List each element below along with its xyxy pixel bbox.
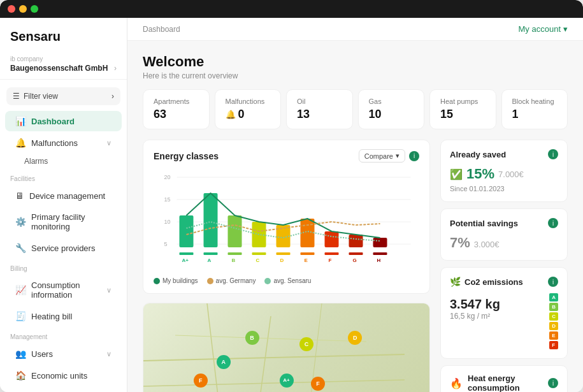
billing-section-label: Billing — [0, 259, 127, 275]
stat-label: Apartments — [154, 98, 199, 105]
svg-rect-30 — [277, 252, 291, 255]
grade-d: D — [549, 322, 558, 330]
svg-rect-10 — [228, 215, 242, 247]
heat-energy-title: Heat energy consumption — [468, 374, 543, 392]
heat-info-icon[interactable]: i — [548, 378, 558, 388]
chart-title: Energy classes — [154, 151, 219, 161]
map-card[interactable]: A B F C D A+ F — [143, 303, 430, 392]
col-right: Already saved i ✅ 15% 7.000€ Since 01.01… — [440, 140, 568, 392]
map-pin-aplus[interactable]: A+ — [280, 374, 294, 388]
sidebar-item-service-providers[interactable]: 🔧 Service providers — [5, 238, 122, 258]
map-pin-c[interactable]: C — [299, 337, 313, 351]
content-area: Welcome Here is the current overview Apa… — [127, 41, 583, 392]
legend-dot — [154, 278, 160, 284]
dashboard-icon: 📊 — [15, 116, 26, 126]
stat-value: 15 — [440, 108, 486, 121]
facility-icon: ⚙️ — [15, 217, 26, 227]
saved-info-icon[interactable]: i — [548, 149, 558, 159]
chart-wrap: 20 15 10 5 — [154, 168, 419, 284]
legend-my-buildings: My buildings — [154, 277, 198, 284]
potential-value: 7% 3.000€ — [450, 235, 558, 251]
grade-e: E — [549, 331, 558, 340]
stat-label: Heat pumps — [440, 98, 486, 105]
company-chevron-icon[interactable]: › — [114, 64, 117, 73]
map-pin-f2[interactable]: F — [311, 377, 325, 391]
sidebar-item-primary-facility[interactable]: ⚙️ Primary facility monitoring — [5, 207, 122, 236]
potential-info-icon[interactable]: i — [548, 218, 558, 228]
energy-chart: 20 15 10 5 — [154, 168, 419, 270]
stat-value: 🔔 0 — [226, 108, 271, 121]
svg-rect-33 — [349, 252, 363, 255]
compare-button[interactable]: Compare ▾ — [359, 149, 405, 163]
stat-oil: Oil 13 — [286, 89, 353, 129]
stat-value: 1 — [512, 108, 558, 121]
map-pin-a[interactable]: A — [217, 355, 231, 369]
sidebar: Sensaru ib company Baugenossenschaft Gmb… — [0, 18, 127, 392]
economic-icon: 🏠 — [15, 370, 26, 381]
potential-percent: 7% — [450, 235, 470, 251]
facilities-section-label: Facilities — [0, 169, 127, 185]
saved-percent: 15% — [466, 166, 494, 182]
svg-rect-32 — [325, 252, 339, 255]
sidebar-item-device-management[interactable]: 🖥 Device management — [5, 185, 122, 206]
minimize-dot[interactable] — [19, 5, 27, 13]
co2-icon: 🌿 — [450, 277, 461, 287]
co2-content: 3.547 kg 16,5 kg / m² A B C D E F — [450, 293, 558, 349]
account-chevron-icon: ▾ — [563, 24, 568, 34]
legend-dot — [264, 278, 271, 284]
sidebar-item-economic-units[interactable]: 🏠 Economic units — [5, 365, 122, 386]
stat-value: 13 — [297, 108, 342, 121]
co2-info-icon[interactable]: i — [548, 277, 558, 287]
sidebar-sub-alarms[interactable]: Alarms — [0, 154, 127, 169]
co2-value: 3.547 kg — [450, 297, 500, 312]
map-background: A B F C D A+ F — [143, 303, 429, 392]
sidebar-item-heating-bill[interactable]: 🧾 Heating bill — [5, 306, 122, 326]
users-icon: 👥 — [15, 349, 26, 359]
sidebar-item-label: Primary facility monitoring — [31, 212, 112, 231]
sidebar-item-malfunctions[interactable]: 🔔 Malfunctions ∨ — [5, 133, 122, 153]
stat-value: 10 — [369, 108, 414, 121]
grade-c: C — [549, 312, 558, 321]
heat-icon: 🔥 — [450, 377, 463, 389]
co2-title: Co2 emissions — [464, 277, 523, 287]
svg-rect-26 — [180, 252, 194, 255]
sidebar-item-users[interactable]: 👥 Users ∨ — [5, 344, 122, 364]
stat-block-heating: Block heating 1 — [501, 89, 568, 129]
filter-view-button[interactable]: ☰ Filter view › — [6, 87, 120, 105]
chart-info-icon[interactable]: i — [409, 151, 419, 161]
svg-text:20: 20 — [164, 174, 171, 180]
svg-text:A: A — [208, 258, 212, 263]
svg-line-37 — [258, 316, 271, 392]
sidebar-item-label: Malfunctions — [31, 138, 78, 148]
compare-chevron-icon: ▾ — [396, 152, 399, 160]
legend-avg-sensaru: avg. Sensaru — [264, 277, 311, 284]
malfunctions-icon: 🔔 — [15, 138, 26, 148]
my-account-button[interactable]: My account ▾ — [519, 24, 568, 34]
svg-text:5: 5 — [164, 241, 168, 247]
filter-icon: ☰ — [13, 92, 20, 101]
svg-text:E: E — [305, 258, 308, 263]
svg-rect-14 — [325, 231, 339, 247]
sidebar-item-dashboard[interactable]: 📊 Dashboard — [5, 111, 122, 131]
maximize-dot[interactable] — [31, 5, 38, 13]
map-pin-d[interactable]: D — [348, 331, 362, 345]
legend-avg-germany: avg. Germany — [207, 277, 256, 284]
saved-since: Since 01.01.2023 — [450, 185, 558, 192]
stat-gas: Gas 10 — [358, 89, 425, 129]
svg-rect-29 — [252, 252, 266, 255]
svg-text:10: 10 — [164, 219, 171, 225]
svg-text:C: C — [256, 258, 260, 263]
map-pin-f1[interactable]: F — [194, 374, 208, 388]
stat-label: Gas — [369, 98, 414, 105]
svg-rect-9 — [204, 193, 218, 247]
sidebar-item-consumption[interactable]: 📈 Consumption information ∨ — [5, 275, 122, 305]
check-icon: ✅ — [450, 168, 463, 180]
svg-rect-8 — [180, 215, 194, 247]
company-label: ib company — [10, 55, 117, 62]
close-dot[interactable] — [8, 5, 15, 13]
legend-dot — [207, 278, 213, 284]
page-subtitle: Here is the current overview — [143, 71, 568, 80]
map-pin-b[interactable]: B — [245, 331, 259, 345]
grade-b: B — [549, 303, 558, 311]
sidebar-item-label: Heating bill — [31, 312, 72, 321]
